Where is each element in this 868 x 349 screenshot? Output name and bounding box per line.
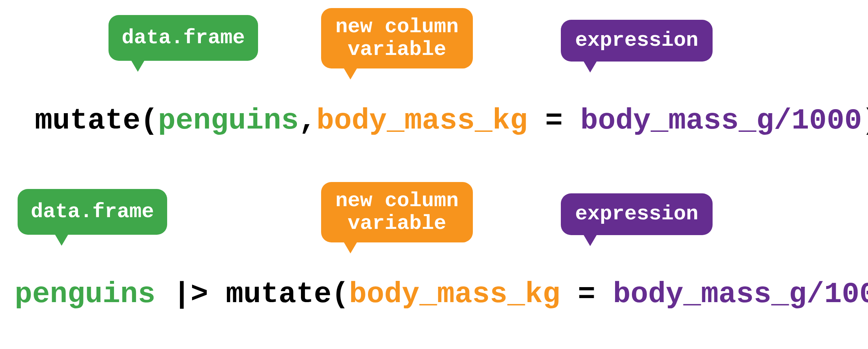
bubble-label: expression	[575, 29, 698, 52]
code-token: mutate(	[226, 278, 349, 311]
bubble-tail	[583, 60, 597, 73]
code-token: body_mass_kg	[349, 278, 560, 311]
bubble-expression-top: expression	[561, 20, 713, 62]
code-token: mutate(	[35, 104, 158, 137]
bubble-expression-bottom: expression	[561, 193, 713, 235]
code-token: ,	[299, 104, 316, 137]
bubble-tail	[54, 233, 69, 246]
bubble-label: data.frame	[122, 27, 245, 49]
code-line-2: penguins |> mutate(body_mass_kg = body_m…	[15, 280, 868, 309]
code-line-1: mutate(penguins,body_mass_kg = body_mass…	[35, 106, 868, 135]
bubble-tail	[343, 67, 358, 79]
bubble-tail	[343, 241, 358, 253]
bubble-label-line2: variable	[348, 212, 446, 235]
bubble-newcolumn-top: new column variable	[321, 8, 473, 68]
code-token: penguins	[158, 104, 299, 137]
code-token: penguins	[15, 278, 155, 311]
bubble-tail	[583, 234, 597, 246]
bubble-dataframe-bottom: data.frame	[18, 189, 167, 235]
code-token: body_mass_g/1000	[580, 104, 862, 137]
bubble-tail	[130, 59, 145, 72]
bubble-label-line1: new column	[335, 190, 459, 212]
bubble-label-line1: new column	[335, 16, 459, 38]
code-token: =	[560, 278, 613, 311]
code-token: body_mass_g/1000	[613, 278, 868, 311]
code-token: )	[862, 104, 868, 137]
code-token: body_mass_kg	[316, 104, 527, 137]
bubble-label-line2: variable	[348, 38, 446, 61]
bubble-newcolumn-bottom: new column variable	[321, 182, 473, 242]
code-token: =	[527, 104, 580, 137]
bubble-dataframe-top: data.frame	[108, 15, 258, 61]
diagram-root: data.frame new column variable expressio…	[0, 0, 868, 349]
bubble-label: expression	[575, 203, 698, 226]
bubble-label: data.frame	[31, 201, 154, 223]
code-token: |>	[155, 278, 226, 311]
